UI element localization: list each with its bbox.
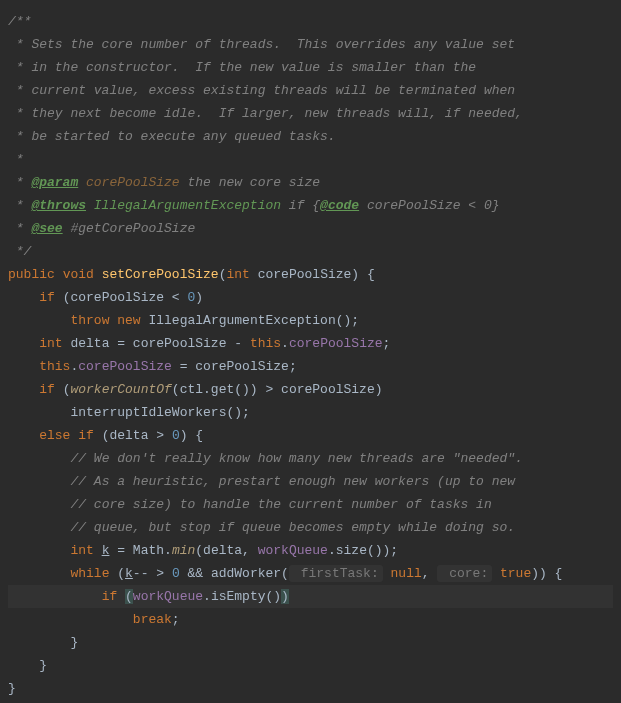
doc-line: * in the constructor. If the new value i…: [8, 60, 476, 75]
current-line: if (workQueue.isEmpty()): [8, 585, 613, 608]
code-line: // We don't really know how many new thr…: [8, 451, 523, 466]
code-line: while (k-- > 0 && addWorker( firstTask: …: [8, 565, 562, 582]
doc-line: */: [8, 244, 31, 259]
code-line: if (workerCountOf(ctl.get()) > corePoolS…: [8, 382, 383, 397]
code-line: int k = Math.min(delta, workQueue.size()…: [8, 543, 398, 558]
doc-line: * @param corePoolSize the new core size: [8, 175, 320, 190]
code-line: else if (delta > 0) {: [8, 428, 203, 443]
javadoc-throws-tag: @throws: [31, 198, 86, 213]
code-line: public void setCorePoolSize(int corePool…: [8, 267, 375, 282]
code-line: if (corePoolSize < 0): [8, 290, 203, 305]
method-name: setCorePoolSize: [102, 267, 219, 282]
code-line: break;: [8, 612, 180, 627]
code-line: int delta = corePoolSize - this.corePool…: [8, 336, 390, 351]
code-line: // As a heuristic, prestart enough new w…: [8, 474, 515, 489]
doc-line: * @throws IllegalArgumentException if {@…: [8, 198, 500, 213]
code-line: }: [8, 681, 16, 696]
code-line: this.corePoolSize = corePoolSize;: [8, 359, 297, 374]
code-line: // core size) to handle the current numb…: [8, 497, 492, 512]
doc-line: *: [8, 152, 24, 167]
code-editor[interactable]: /** * Sets the core number of threads. T…: [0, 0, 621, 703]
code-line: }: [8, 635, 78, 650]
doc-line: * be started to execute any queued tasks…: [8, 129, 336, 144]
doc-line: /**: [8, 14, 31, 29]
javadoc-see-tag: @see: [31, 221, 62, 236]
matched-paren: (: [125, 589, 133, 604]
matched-paren: ): [281, 589, 289, 604]
inlay-hint: core:: [437, 565, 492, 582]
doc-line: * Sets the core number of threads. This …: [8, 37, 515, 52]
doc-line: * they next become idle. If larger, new …: [8, 106, 523, 121]
code-line: }: [8, 658, 47, 673]
doc-line: * current value, excess existing threads…: [8, 83, 515, 98]
inlay-hint: firstTask:: [289, 565, 383, 582]
code-line: interruptIdleWorkers();: [8, 405, 250, 420]
code-line: // queue, but stop if queue becomes empt…: [8, 520, 515, 535]
javadoc-param-tag: @param: [31, 175, 78, 190]
doc-line: * @see #getCorePoolSize: [8, 221, 195, 236]
code-line: throw new IllegalArgumentException();: [8, 313, 359, 328]
